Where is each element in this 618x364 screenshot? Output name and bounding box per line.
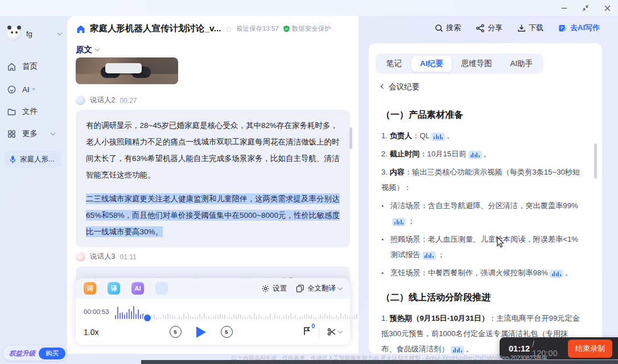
- waveform-row: 00:00:53 00:08:27: [76, 299, 350, 321]
- speaker-timestamp[interactable]: 00:27: [120, 97, 137, 105]
- panel-scrollbar[interactable]: [594, 143, 597, 179]
- sidebar-item-more[interactable]: 更多: [7, 126, 64, 142]
- speed-control[interactable]: 1.0x: [84, 328, 123, 337]
- item-number: 1.: [381, 131, 388, 140]
- ai-chat-icon: [7, 85, 17, 94]
- doc-home-icon[interactable]: [76, 24, 86, 34]
- sidebar-item-files[interactable]: 文件: [7, 104, 64, 119]
- username: fg: [26, 30, 53, 38]
- doc-title: 家庭人形机器人宣传计划讨论_v...: [90, 23, 221, 35]
- chevron-down-icon: [338, 329, 343, 333]
- audio-playback-icon[interactable]: [431, 133, 445, 141]
- favorite-star-icon[interactable]: ☆: [225, 24, 233, 34]
- item-punctuation: 。: [565, 268, 572, 277]
- translate-pages-icon: [296, 284, 304, 293]
- translate-badge-icon[interactable]: 译: [108, 282, 120, 295]
- audio-playback-icon[interactable]: [422, 251, 436, 260]
- speaker-name[interactable]: 说话人2: [90, 96, 115, 105]
- current-time: 00:00:53: [84, 308, 109, 315]
- robot-photo[interactable]: [76, 57, 178, 84]
- ai-writing-button[interactable]: 去AI写作: [558, 23, 600, 33]
- speaker-name[interactable]: 说话人3: [90, 252, 115, 262]
- transcript-panel: 家庭人形机器人宣传计划讨论_v... ☆ 最近保存13:57 数据安全保护 原文…: [67, 16, 359, 354]
- sidebar-doc-item[interactable]: 家庭人形...: [5, 151, 61, 168]
- rewind-5-button[interactable]: 5: [170, 326, 182, 338]
- chevron-down-icon: [338, 285, 343, 289]
- ai-badge-icon[interactable]: AI: [131, 282, 144, 295]
- item-text: 照顾场景：老人血压测量、儿童绘本阅读，附误差率<1%测试报告: [390, 235, 578, 259]
- sidebar: fg 首页 AI + 文件 更多 家庭人形... 权益升级 购买: [0, 16, 67, 364]
- chevron-down-icon: [57, 30, 62, 35]
- playhead-handle[interactable]: [144, 315, 151, 321]
- save-status: 最近保存13:57: [236, 24, 279, 33]
- tab-mindmap[interactable]: 思维导图: [453, 56, 501, 72]
- sidebar-item-ai[interactable]: AI +: [7, 81, 64, 97]
- search-button[interactable]: 搜索: [435, 23, 461, 33]
- scissors-icon: [327, 328, 336, 336]
- pen-doc-icon: [558, 24, 567, 32]
- minimize-button[interactable]: [553, 1, 575, 15]
- top-action-bar: 搜索 分享 下载 去AI写作: [435, 23, 600, 33]
- item-punctuation: 。: [484, 150, 491, 158]
- flag-marker-button[interactable]: 0: [303, 326, 311, 337]
- audio-playback-icon[interactable]: [468, 151, 482, 159]
- tab-notes[interactable]: 笔记: [378, 56, 410, 72]
- keywords-badge-icon[interactable]: 词: [84, 282, 96, 295]
- play-button[interactable]: [196, 326, 206, 338]
- security-badge: 数据安全保护: [283, 24, 331, 33]
- profile-menu[interactable]: fg: [7, 26, 61, 41]
- audio-playback-icon[interactable]: [550, 270, 563, 278]
- taskbar-edge: [141, 360, 618, 364]
- highlighted-text: 二三线城市家庭更关注老人健康监测和儿童陪伴，这两类需求提及率分别达65%和58%…: [86, 193, 340, 237]
- home-icon: [7, 62, 17, 72]
- back-label: 会议纪要: [389, 82, 419, 92]
- view-toggle[interactable]: 原文: [76, 44, 99, 55]
- speaker-bubble[interactable]: 有的调研显示，28~45岁已婚家庭是核心受众，其中82%存在家务耗时多，老人小孩…: [76, 110, 350, 247]
- share-button[interactable]: 分享: [476, 23, 502, 33]
- sidebar-item-home[interactable]: 首页: [7, 59, 64, 75]
- shield-icon: [283, 25, 290, 32]
- item-number: 3.: [381, 168, 388, 176]
- back-to-minutes[interactable]: 会议纪要: [381, 82, 419, 92]
- item-label: 预热期（9月15日-10月31日）: [390, 314, 489, 322]
- audio-player: 词 译 AI ↑ 设置 全文翻译 00:00:53 00:08:27: [76, 278, 350, 345]
- speaker-timestamp[interactable]: 01:11: [120, 253, 136, 261]
- player-toolbar: 词 译 AI ↑ 设置 全文翻译: [76, 278, 350, 299]
- search-icon: [435, 24, 443, 32]
- upload-badge-icon[interactable]: ↑: [155, 282, 168, 295]
- item-punctuation: ；: [438, 250, 445, 259]
- clip-audio-button[interactable]: [327, 328, 342, 336]
- item-punctuation: ；: [407, 217, 415, 225]
- gear-icon: [261, 284, 270, 293]
- plus-icon: +: [32, 85, 36, 93]
- transcript-scrollbar[interactable]: [349, 127, 352, 149]
- audio-playback-icon[interactable]: [451, 346, 464, 354]
- item-number: 2.: [381, 150, 388, 158]
- audio-playback-icon[interactable]: [392, 218, 406, 226]
- download-label: 下载: [529, 23, 543, 33]
- buy-button[interactable]: 购买: [39, 348, 65, 359]
- item-label: 内容: [390, 168, 405, 176]
- numbered-item: 2. 截止时间：10月15日前。: [381, 146, 583, 162]
- item-punctuation: 。: [466, 345, 473, 353]
- speaker-header: 说话人200:27: [76, 96, 350, 105]
- download-button[interactable]: 下载: [517, 23, 543, 33]
- full-translate-button[interactable]: 全文翻译: [296, 284, 342, 293]
- speaker-avatar: [76, 252, 85, 262]
- download-icon: [517, 24, 526, 32]
- settings-button[interactable]: 设置: [261, 284, 287, 293]
- restore-button[interactable]: [575, 1, 596, 15]
- chevron-left-icon: [381, 84, 385, 88]
- item-text: 烹饪场景：中餐西餐制作，强调火候控制率98%: [390, 268, 548, 277]
- item-text: ：10月15日前: [419, 150, 466, 158]
- search-label: 搜索: [446, 23, 461, 33]
- tab-ai-summary[interactable]: AI纪要: [411, 56, 452, 72]
- chevron-down-icon: [51, 130, 55, 135]
- forward-5-button[interactable]: 5: [221, 326, 233, 338]
- waveform[interactable]: [115, 304, 359, 319]
- close-button[interactable]: [596, 1, 618, 15]
- transcript-paragraph: 有的调研显示，28~45岁已婚家庭是核心受众，其中82%存在家务耗时多，老人小孩…: [86, 117, 340, 183]
- tab-ai-assistant[interactable]: AI助手: [502, 56, 542, 72]
- item-punctuation: 。: [447, 131, 454, 140]
- microphone-icon: [9, 155, 17, 164]
